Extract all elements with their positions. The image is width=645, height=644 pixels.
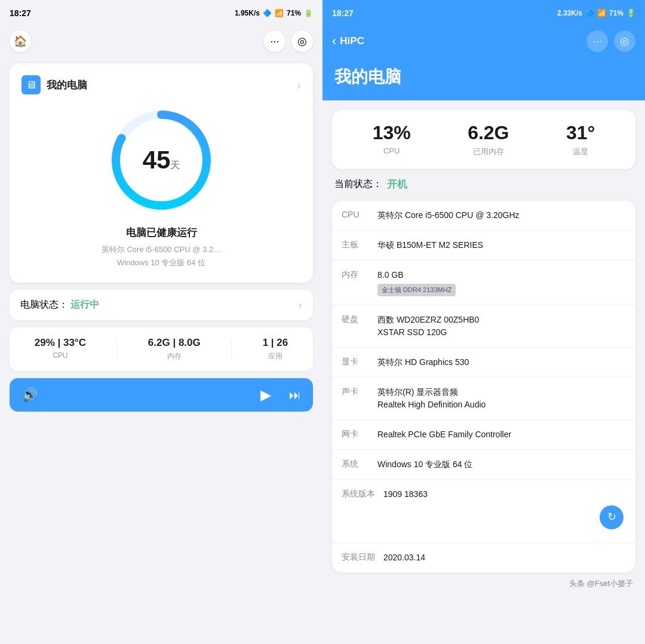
monitor-icon: 🖥 xyxy=(22,75,41,94)
right-speed: 2.33K/s xyxy=(557,9,582,17)
memory-badge: 金士顿 DDR4 2133MHZ xyxy=(377,284,456,296)
watermark: 头条 @Fset小篓子 xyxy=(332,572,635,595)
skip-button[interactable]: ⏭ xyxy=(289,388,301,402)
info-key-os-version: 系统版本 xyxy=(342,488,383,499)
refresh-icon: ↻ xyxy=(607,509,616,525)
home-button[interactable]: 🏠 xyxy=(10,30,31,52)
volume-icon[interactable]: 🔊 xyxy=(22,387,38,403)
status-row[interactable]: 电脑状态： 运行中 › xyxy=(10,290,313,320)
left-panel: 18:27 1.95K/s 🔷 📶 71% 🔋 🏠 ··· ◎ 🖥 我的电 xyxy=(0,0,322,644)
gauge-wrap: 45天 xyxy=(108,106,215,214)
cpu-info: 英特尔 Core i5-6500 CPU @ 3.2… xyxy=(22,244,301,255)
metric-apps-value: 1 | 26 xyxy=(263,337,288,349)
right-page-title: 我的电脑 xyxy=(322,56,645,100)
metric-memory-value: 6.2G | 8.0G xyxy=(148,337,201,349)
signal-icon: 📶 xyxy=(275,9,284,17)
right-battery-icon: 🔋 xyxy=(626,9,635,17)
player-controls: ▶ ⏭ xyxy=(260,387,301,403)
refresh-button[interactable]: ↻ xyxy=(600,505,624,529)
health-text: 电脑已健康运行 xyxy=(22,226,301,240)
bluetooth-icon: 🔷 xyxy=(263,9,272,17)
stat-temp-value: 31° xyxy=(566,122,595,144)
back-button[interactable]: ‹ HiPC xyxy=(332,33,364,49)
status-row-label-group: 电脑状态： 运行中 xyxy=(20,299,99,311)
stat-cpu-label: CPU xyxy=(373,146,411,155)
card-chevron-icon[interactable]: › xyxy=(297,78,301,92)
divider-1 xyxy=(116,339,117,359)
card-header: 🖥 我的电脑 › xyxy=(22,75,301,94)
status-row-label: 电脑状态： xyxy=(20,299,68,309)
card-title: 我的电脑 xyxy=(47,78,87,92)
divider-2 xyxy=(231,339,232,359)
player-bar: 🔊 ▶ ⏭ xyxy=(10,378,313,412)
info-val-os: Windows 10 专业版 64 位 xyxy=(377,458,626,471)
back-icon: ‹ xyxy=(332,33,336,49)
metric-apps: 1 | 26 应用 xyxy=(263,337,288,361)
stats-row: 13% CPU 6.2G 已用内存 31° 温度 xyxy=(344,122,624,157)
back-label: HiPC xyxy=(340,35,364,47)
right-signal-icon: 📶 xyxy=(597,9,606,17)
table-row-cpu: CPU 英特尔 Core i5-6500 CPU @ 3.20GHz xyxy=(332,201,635,231)
info-val-network: Realtek PCIe GbE Family Controller xyxy=(377,428,626,441)
stat-memory-value: 6.2G xyxy=(468,122,509,144)
info-val-soundcard: 英特尔(R) 显示器音频Realtek High Definition Audi… xyxy=(377,386,626,411)
info-val-disk: 西数 WD20EZRZ 00Z5HB0XSTAR SSD 120G xyxy=(377,314,626,339)
gauge-container: 45天 xyxy=(22,106,301,214)
stat-temp: 31° 温度 xyxy=(566,122,595,157)
left-top-nav: 🏠 ··· ◎ xyxy=(0,26,322,56)
table-row-motherboard: 主板 华硕 B150M-ET M2 SERIES xyxy=(332,231,635,260)
right-panel: 18:27 2.33K/s 🔷 📶 71% 🔋 ‹ HiPC ··· ◎ 我的电… xyxy=(322,0,645,644)
metric-cpu: 29% | 33°C CPU xyxy=(35,337,86,361)
more-icon: ··· xyxy=(270,35,279,48)
right-more-button[interactable]: ··· xyxy=(586,30,608,52)
info-val-motherboard: 华硕 B150M-ET M2 SERIES xyxy=(377,239,626,252)
table-row-install-date: 安装日期 2020.03.14 xyxy=(332,543,635,572)
metrics-row: 29% | 33°C CPU 6.2G | 8.0G 内存 1 | 26 应用 xyxy=(10,327,313,371)
info-val-install-date: 2020.03.14 xyxy=(383,551,626,564)
right-status-icons: 2.33K/s 🔷 📶 71% 🔋 xyxy=(557,9,635,17)
stat-temp-label: 温度 xyxy=(566,146,595,157)
os-info: Windows 10 专业版 64 位 xyxy=(22,257,301,268)
table-row-gpu: 显卡 英特尔 HD Graphics 530 xyxy=(332,348,635,378)
right-target-button[interactable]: ◎ xyxy=(614,30,635,52)
stat-cpu: 13% CPU xyxy=(373,122,411,157)
left-status-icons: 1.95K/s 🔷 📶 71% 🔋 xyxy=(235,9,313,17)
target-icon: ◎ xyxy=(297,35,307,48)
left-status-bar: 18:27 1.95K/s 🔷 📶 71% 🔋 xyxy=(0,0,322,26)
right-status-bar: 18:27 2.33K/s 🔷 📶 71% 🔋 xyxy=(322,0,645,26)
info-key-cpu: CPU xyxy=(342,209,377,219)
current-status-row: 当前状态： 开机 xyxy=(332,177,635,191)
battery-icon: 🔋 xyxy=(304,9,313,17)
right-top-nav: ‹ HiPC ··· ◎ xyxy=(322,26,645,56)
play-button[interactable]: ▶ xyxy=(260,387,271,403)
table-row-os: 系统 Windows 10 专业版 64 位 xyxy=(332,450,635,480)
right-content: 13% CPU 6.2G 已用内存 31° 温度 当前状态： 开机 CPU xyxy=(322,100,645,644)
table-row-disk: 硬盘 西数 WD20EZRZ 00Z5HB0XSTAR SSD 120G xyxy=(332,305,635,348)
info-key-motherboard: 主板 xyxy=(342,239,377,250)
metric-memory-label: 内存 xyxy=(148,351,201,361)
info-val-memory: 8.0 GB 金士顿 DDR4 2133MHZ xyxy=(377,269,626,296)
status-chevron-icon: › xyxy=(298,298,302,312)
info-key-disk: 硬盘 xyxy=(342,314,377,325)
right-nav-right: ··· ◎ xyxy=(586,30,635,52)
table-row-soundcard: 声卡 英特尔(R) 显示器音频Realtek High Definition A… xyxy=(332,378,635,420)
info-key-memory: 内存 xyxy=(342,269,377,280)
card-title-row: 🖥 我的电脑 xyxy=(22,75,87,94)
info-key-soundcard: 声卡 xyxy=(342,386,377,397)
info-key-install-date: 安装日期 xyxy=(342,551,383,563)
more-button[interactable]: ··· xyxy=(264,30,285,52)
info-key-network: 网卡 xyxy=(342,428,377,440)
info-val-gpu: 英特尔 HD Graphics 530 xyxy=(377,356,626,369)
left-time: 18:27 xyxy=(10,8,31,18)
info-val-os-version: 1909 18363 ↻ xyxy=(383,488,626,534)
status-row-value: 运行中 xyxy=(70,299,99,309)
gauge-center: 45天 xyxy=(143,148,180,173)
right-battery: 71% xyxy=(609,9,624,17)
left-speed: 1.95K/s xyxy=(235,9,260,17)
stat-cpu-value: 13% xyxy=(373,122,411,144)
left-battery: 71% xyxy=(287,9,301,17)
right-bluetooth-icon: 🔷 xyxy=(585,9,594,17)
current-status-value: 开机 xyxy=(387,177,407,191)
table-row-network: 网卡 Realtek PCIe GbE Family Controller xyxy=(332,420,635,450)
target-button[interactable]: ◎ xyxy=(291,30,313,52)
